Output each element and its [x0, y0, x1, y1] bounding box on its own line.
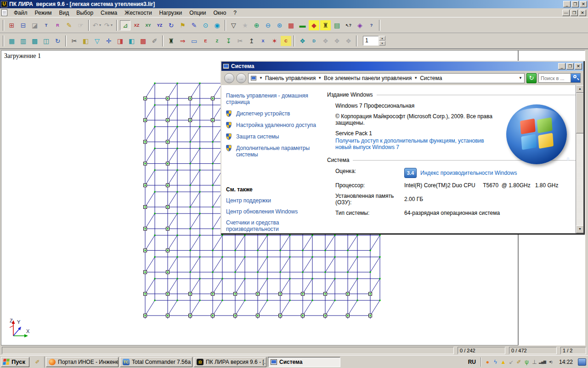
menu-5[interactable]: Схема — [97, 9, 121, 17]
mdi-minimize-icon[interactable]: — — [562, 10, 570, 16]
help-book-icon[interactable]: ◈ — [355, 20, 365, 30]
menu-6[interactable]: Жесткости — [121, 9, 155, 17]
crumb-caret-icon[interactable]: ▼ — [259, 76, 263, 80]
context-help-icon[interactable]: ↖? — [343, 20, 354, 30]
breadcrumb-item-2[interactable]: Все элементы панели управления — [324, 75, 412, 81]
sync-tray-icon[interactable]: ↙ — [507, 359, 515, 365]
cut-grey-icon[interactable]: ✂ — [235, 36, 245, 46]
edit-hand-icon[interactable]: ✎ — [64, 20, 74, 30]
load-number-value[interactable]: 1 — [363, 36, 379, 46]
copy-stack-icon[interactable]: ◧ — [126, 36, 137, 46]
menu-3[interactable]: Вид — [56, 9, 73, 17]
color-grid-icon[interactable]: C — [281, 36, 291, 46]
z-edit-icon[interactable]: Z — [212, 36, 222, 46]
pencil-icon[interactable]: ✎ — [189, 20, 199, 30]
search-box[interactable] — [538, 73, 581, 83]
language-indicator[interactable]: RU — [466, 358, 478, 366]
sidebar-home-link[interactable]: Панель управления - домашняя страница — [226, 92, 320, 105]
search-input[interactable] — [539, 75, 570, 82]
app-close-icon[interactable]: ✕ — [580, 1, 587, 7]
cut-icon[interactable]: ✂ — [69, 36, 79, 46]
open-scheme-icon[interactable]: ⊟ — [18, 20, 28, 30]
wei-link[interactable]: Индекс производительности Windows — [420, 170, 517, 176]
refresh-button[interactable]: ↻ — [526, 73, 537, 83]
menu-10[interactable]: ? — [230, 9, 240, 17]
back-button[interactable]: ← — [224, 73, 234, 83]
zoom-out-icon[interactable]: ⊖ — [263, 20, 273, 30]
flashlight-icon[interactable]: ◆ — [309, 20, 319, 30]
crumb-caret-icon[interactable]: ▼ — [318, 76, 322, 80]
spinner-down-icon[interactable]: ▼ — [379, 41, 385, 46]
quick-launch-pen-icon[interactable]: ✐ — [34, 359, 41, 365]
app-minimize-icon[interactable]: _ — [563, 1, 571, 7]
system-close-icon[interactable]: ✕ — [575, 63, 582, 69]
zoom-lens-icon[interactable]: ⊙ — [200, 20, 211, 30]
clock[interactable]: 14:22 — [556, 359, 576, 365]
add-triangle-icon[interactable]: ▽ — [92, 36, 102, 46]
copy-sheet-icon[interactable]: ◨ — [115, 36, 125, 46]
text-document-icon[interactable]: T — [41, 20, 51, 30]
system-minimize-icon[interactable]: _ — [558, 63, 565, 69]
get-more-features-link[interactable]: Получить доступ к дополнительным функция… — [335, 138, 496, 150]
dashed-frame-icon[interactable]: ▭ — [189, 36, 199, 46]
cylinder-icon[interactable]: ◫ — [41, 36, 51, 46]
rotate-model-icon[interactable]: ↻ — [166, 20, 176, 30]
breadcrumb-item-3[interactable]: Система — [420, 75, 442, 81]
add-node-icon[interactable]: ✛ — [103, 36, 114, 46]
scroll-up-icon[interactable]: ▲ — [576, 85, 583, 93]
clover-icon[interactable]: ❖ — [297, 36, 308, 46]
transform-icon[interactable]: ✶ — [269, 36, 280, 46]
pen-tray-icon[interactable]: ✐ — [515, 359, 523, 365]
power-tray-icon[interactable]: ϟ — [492, 359, 499, 365]
start-button[interactable]: Пуск — [1, 357, 29, 367]
breadcrumb-item-1[interactable]: Панель управления — [265, 75, 316, 81]
agent-tray-icon[interactable]: ● — [484, 359, 492, 365]
fragment-frame-icon[interactable]: ▦ — [286, 20, 296, 30]
scroll-down-icon[interactable]: ▼ — [576, 225, 583, 233]
t-move-icon[interactable]: ↥ — [246, 36, 257, 46]
yz-plane-icon[interactable]: YZ — [154, 20, 165, 30]
plug-tray-icon[interactable]: ⊥ — [531, 359, 538, 365]
menu-1[interactable]: Файл — [10, 9, 31, 17]
see-also-link-1[interactable]: Центр поддержки — [226, 197, 320, 204]
load-arrows-icon[interactable]: ⇒ — [177, 36, 188, 46]
system-maximize-icon[interactable]: ❐ — [566, 63, 574, 69]
sidebar-item-3[interactable]: Защита системы — [226, 133, 320, 140]
load-number-spinner[interactable]: 1 ▲ ▼ — [363, 36, 385, 46]
surface-rotate-icon[interactable]: ↻ — [52, 36, 63, 46]
breadcrumb[interactable]: ▼Панель управления▼Все элементы панели у… — [248, 73, 525, 83]
signal-tray-icon[interactable]: ▂▄▆ — [538, 360, 546, 364]
anchor-icon[interactable]: ↧ — [223, 36, 234, 46]
breadcrumb-dropdown-icon[interactable]: ▼ — [519, 76, 522, 80]
zoom-window-icon[interactable]: ⊛ — [274, 20, 285, 30]
ribs-icon[interactable]: ▥ — [18, 36, 28, 46]
plates-mesh-icon[interactable]: ▦ — [6, 36, 17, 46]
tag-delete-icon[interactable]: ◪ — [29, 20, 40, 30]
see-also-link-2[interactable]: Центр обновления Windows — [226, 208, 320, 215]
app-maximize-icon[interactable]: ❐ — [571, 1, 579, 7]
menu-8[interactable]: Опции — [186, 9, 209, 17]
zoom-in-icon[interactable]: ⊕ — [251, 20, 262, 30]
warning-tray-icon[interactable]: ▲ — [499, 359, 507, 365]
docs-d-icon[interactable]: D — [309, 36, 319, 46]
xz-plane-icon[interactable]: XZ — [131, 20, 142, 30]
menu-2[interactable]: Режим — [31, 9, 56, 17]
sidebar-item-1[interactable]: Диспетчер устройств — [226, 110, 320, 117]
wifi-tray-icon[interactable]: ψ — [523, 359, 531, 365]
scrollbar[interactable]: ▲ ▼ — [576, 85, 583, 233]
derrick-icon[interactable]: ♜ — [320, 20, 331, 30]
sidebar-item-4[interactable]: Дополнительные параметры системы — [226, 145, 320, 158]
isometric-view-icon[interactable]: ⊿ — [120, 20, 130, 30]
filter-icon[interactable]: ▽ — [228, 20, 239, 30]
menu-4[interactable]: Выбор — [73, 9, 97, 17]
new-scheme-icon[interactable]: ⊞ — [6, 20, 17, 30]
derrick-small-icon[interactable]: ♜ — [166, 36, 176, 46]
notes-book-icon[interactable]: ▤ — [332, 20, 342, 30]
spinner-up-icon[interactable]: ▲ — [379, 36, 385, 40]
scrollbar-thumb[interactable] — [576, 93, 583, 133]
xy-plane-icon[interactable]: XY — [143, 20, 153, 30]
document-icon[interactable] — [1, 9, 7, 16]
task-system[interactable]: Система — [268, 357, 340, 367]
mdi-close-icon[interactable]: ✕ — [579, 10, 586, 16]
task-lira[interactable]: ΩПК ЛИРА версия 9.6 - [... — [194, 357, 266, 367]
